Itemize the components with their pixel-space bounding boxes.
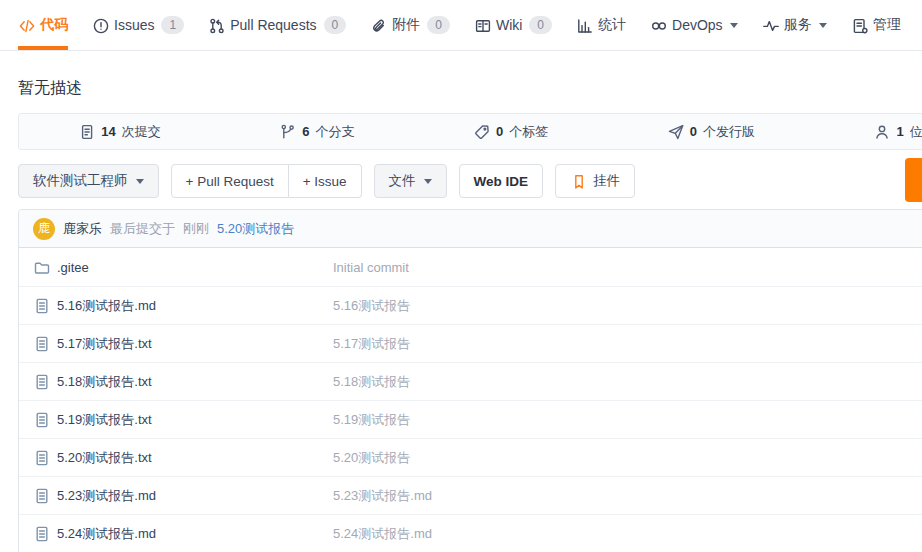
stat-contributors[interactable]: 1 位贡献者 <box>873 123 922 141</box>
stats-icon <box>576 17 593 34</box>
commit-message-link[interactable]: 5.18测试报告 <box>333 373 410 391</box>
commit-icon <box>78 123 95 140</box>
attachments-count-badge: 0 <box>427 16 450 34</box>
service-icon <box>762 17 779 34</box>
file-row: 5.17测试报告.txt5.17测试报告 <box>19 324 922 362</box>
tab-label: Pull Requests <box>230 17 316 33</box>
code-icon <box>18 17 35 34</box>
tag-icon <box>473 123 490 140</box>
file-name-link[interactable]: .gitee <box>57 260 89 275</box>
tab-devops[interactable]: DevOps <box>650 0 738 50</box>
web-ide-label: Web IDE <box>474 174 529 189</box>
clone-download-button[interactable] <box>905 158 922 202</box>
file-name-link[interactable]: 5.24测试报告.md <box>57 525 156 543</box>
stat-value: 1 <box>896 124 903 139</box>
tab-label: DevOps <box>672 17 723 33</box>
stat-value: 0 <box>690 124 697 139</box>
tab-label: 统计 <box>598 16 626 34</box>
web-ide-button[interactable]: Web IDE <box>459 164 544 198</box>
manage-icon <box>851 17 868 34</box>
chevron-down-icon <box>730 23 738 28</box>
tab-label: 管理 <box>873 16 901 34</box>
file-name-link[interactable]: 5.23测试报告.md <box>57 487 156 505</box>
devops-icon <box>650 17 667 34</box>
new-issue-button[interactable]: + Issue <box>289 164 362 198</box>
repo-description: 暂无描述 <box>18 78 922 99</box>
stat-releases[interactable]: 0 个发行版 <box>667 123 755 141</box>
chevron-down-icon <box>819 23 827 28</box>
branch-icon <box>279 123 296 140</box>
stat-label: 个分支 <box>315 123 354 141</box>
last-commit-message-link[interactable]: 5.20测试报告 <box>217 220 294 238</box>
file-row: 5.20测试报告.txt5.20测试报告 <box>19 438 922 476</box>
chevron-down-icon <box>424 179 432 184</box>
file-name-link[interactable]: 5.18测试报告.txt <box>57 373 152 391</box>
paperclip-icon <box>370 17 387 34</box>
commit-time-text: 刚刚 <box>183 220 209 238</box>
file-menu-button[interactable]: 文件 <box>374 164 447 198</box>
last-commit-bar: 鹿 鹿家乐 最后提交于 刚刚 5.20测试报告 <box>19 210 922 248</box>
commit-author-link[interactable]: 鹿家乐 <box>63 220 102 238</box>
commit-message-link[interactable]: 5.23测试报告.md <box>333 487 432 505</box>
file-icon <box>33 487 50 504</box>
stat-value: 14 <box>101 124 115 139</box>
file-menu-label: 文件 <box>389 172 416 190</box>
commit-message-link[interactable]: 5.24测试报告.md <box>333 525 432 543</box>
tab-services[interactable]: 服务 <box>762 0 827 50</box>
tab-wiki[interactable]: Wiki 0 <box>474 0 552 50</box>
issue-icon <box>92 17 109 34</box>
tab-issues[interactable]: Issues 1 <box>92 0 184 50</box>
file-icon <box>33 297 50 314</box>
file-icon <box>33 525 50 542</box>
file-name-link[interactable]: 5.17测试报告.txt <box>57 335 152 353</box>
pull-requests-count-badge: 0 <box>324 16 347 34</box>
wiki-count-badge: 0 <box>529 16 552 34</box>
release-icon <box>667 123 684 140</box>
tab-code[interactable]: 代码 <box>18 0 68 50</box>
commit-message-link[interactable]: 5.16测试报告 <box>333 297 410 315</box>
new-issue-label: + Issue <box>303 174 347 189</box>
tab-label: Wiki <box>496 17 522 33</box>
pull-request-icon <box>208 17 225 34</box>
widget-button[interactable]: 挂件 <box>555 164 635 198</box>
issues-count-badge: 1 <box>161 16 184 34</box>
repo-stats-bar: 14 次提交 6 个分支 0 个标签 0 个发行版 1 位贡献者 <box>18 113 922 150</box>
file-name-link[interactable]: 5.19测试报告.txt <box>57 411 152 429</box>
file-row: 5.18测试报告.txt5.18测试报告 <box>19 362 922 400</box>
bookmark-icon <box>570 173 587 190</box>
branch-selector-button[interactable]: 软件测试工程师 <box>18 164 159 198</box>
file-row: 5.16测试报告.md5.16测试报告 <box>19 286 922 324</box>
file-icon <box>33 373 50 390</box>
tab-attachments[interactable]: 附件 0 <box>370 0 450 50</box>
widget-label: 挂件 <box>593 172 620 190</box>
tab-pull-requests[interactable]: Pull Requests 0 <box>208 0 346 50</box>
new-request-group: + Pull Request + Issue <box>171 164 362 198</box>
file-name-link[interactable]: 5.20测试报告.txt <box>57 449 152 467</box>
tab-statistics[interactable]: 统计 <box>576 0 626 50</box>
repo-toolbar: 软件测试工程师 + Pull Request + Issue 文件 Web ID… <box>18 163 922 199</box>
stat-commits[interactable]: 14 次提交 <box>78 123 160 141</box>
stat-branches[interactable]: 6 个分支 <box>279 123 354 141</box>
folder-icon <box>33 259 50 276</box>
stat-tags[interactable]: 0 个标签 <box>473 123 548 141</box>
commit-message-link[interactable]: 5.20测试报告 <box>333 449 410 467</box>
tab-manage[interactable]: 管理 <box>851 0 901 50</box>
file-panel: 鹿 鹿家乐 最后提交于 刚刚 5.20测试报告 .giteeInitial co… <box>18 209 922 552</box>
stat-label: 个标签 <box>509 123 548 141</box>
commit-message-link[interactable]: Initial commit <box>333 260 409 275</box>
file-icon <box>33 449 50 466</box>
commit-message-link[interactable]: 5.17测试报告 <box>333 335 410 353</box>
file-row: 5.19测试报告.txt5.19测试报告 <box>19 400 922 438</box>
avatar[interactable]: 鹿 <box>33 218 55 240</box>
repo-nav: 代码 Issues 1 Pull Requests 0 附件 0 Wiki 0 … <box>0 0 922 51</box>
repo-page: 代码 Issues 1 Pull Requests 0 附件 0 Wiki 0 … <box>0 0 922 552</box>
file-name-link[interactable]: 5.16测试报告.md <box>57 297 156 315</box>
wiki-icon <box>474 17 491 34</box>
commit-message-link[interactable]: 5.19测试报告 <box>333 411 410 429</box>
stat-label: 次提交 <box>122 123 161 141</box>
new-pull-request-button[interactable]: + Pull Request <box>171 164 289 198</box>
file-icon <box>33 335 50 352</box>
stat-label: 个发行版 <box>703 123 755 141</box>
new-pull-request-label: + Pull Request <box>186 174 274 189</box>
contributor-icon <box>873 123 890 140</box>
